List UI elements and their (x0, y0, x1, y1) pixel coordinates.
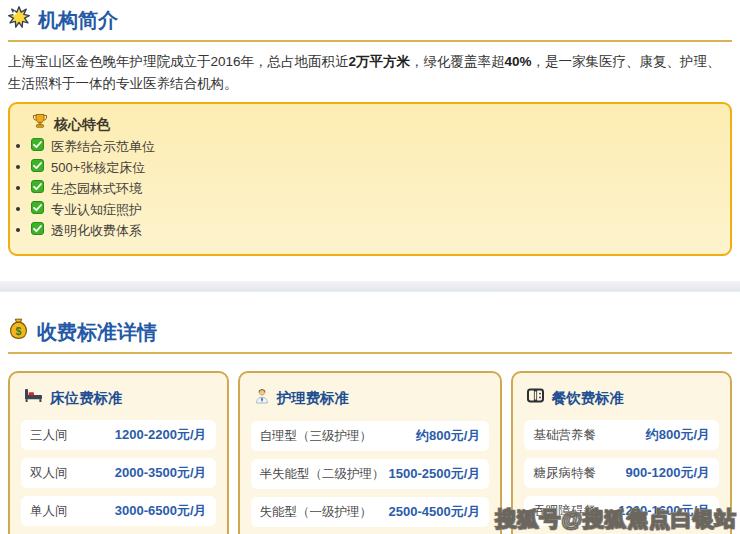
intro-section-title: 机构简介 (8, 6, 732, 34)
fee-value: 2000-3500元/月 (115, 464, 207, 482)
fee-value: 约800元/月 (416, 427, 480, 445)
fee-label: 三人间 (30, 427, 68, 444)
fees-title-text: 收费标准详情 (37, 319, 157, 345)
fee-value: 约800元/月 (646, 426, 710, 444)
check-icon (31, 180, 44, 197)
fee-label: 失能型（一级护理） (260, 504, 373, 521)
nurse-icon (254, 388, 270, 409)
intro-text-1: 上海宝山区金色晚年护理院成立于2016年，总占地面积近 (8, 54, 349, 69)
fee-value: 900-1200元/月 (625, 464, 710, 482)
check-icon (31, 159, 44, 176)
money-bag-icon: $ (8, 318, 29, 346)
feature-item: 专业认知症照护 (31, 201, 716, 218)
intro-title-text: 机构简介 (38, 7, 118, 33)
feature-item-text: 500+张核定床位 (51, 160, 145, 176)
feature-item: 医养结合示范单位 (31, 138, 716, 155)
fee-value: 3000-6500元/月 (115, 502, 207, 520)
check-icon (31, 201, 44, 218)
fee-value: 1500-2500元/月 (389, 465, 481, 483)
fee-label: 基础营养餐 (533, 427, 596, 444)
fee-row: 单人间 3000-6500元/月 (21, 496, 216, 526)
feature-item: 500+张核定床位 (31, 159, 716, 176)
card-bed-fees: 床位费标准 三人间 1200-2200元/月 双人间 2000-3500元/月 … (8, 371, 229, 534)
fee-label: 糖尿病特餐 (533, 465, 596, 482)
bed-icon (24, 388, 43, 408)
card-meal-heading: 餐饮费标准 (527, 388, 719, 408)
fee-label: 单人间 (30, 503, 68, 520)
intro-paragraph: 上海宝山区金色晚年护理院成立于2016年，总占地面积近2万平方米，绿化覆盖率超4… (8, 51, 732, 95)
feature-item: 生态园林式环境 (31, 180, 716, 197)
fees-section-title: $ 收费标准详情 (8, 318, 732, 346)
fee-row: 基础营养餐 约800元/月 (524, 420, 719, 450)
fee-row: 三人间 1200-2200元/月 (21, 420, 216, 450)
card-nursing-heading: 护理费标准 (254, 388, 490, 409)
core-features-title: 核心特色 (32, 113, 716, 134)
intro-title-divider (8, 40, 732, 42)
check-icon (31, 138, 44, 155)
svg-text:$: $ (16, 325, 22, 337)
section-divider (0, 281, 740, 292)
fee-row: 双人间 2000-3500元/月 (21, 458, 216, 488)
fees-title-divider (8, 352, 732, 354)
fee-row: 糖尿病特餐 900-1200元/月 (524, 458, 719, 488)
card-meal-title-text: 餐饮费标准 (551, 389, 624, 408)
fee-value: 1200-2200元/月 (115, 426, 207, 444)
core-features-list: 医养结合示范单位 500+张核定床位 生态园林式环境 (20, 138, 716, 239)
fee-label: 半失能型（二级护理） (260, 466, 385, 483)
feature-item-text: 透明化收费体系 (51, 223, 142, 239)
article-page: 机构简介 上海宝山区金色晚年护理院成立于2016年，总占地面积近2万平方米，绿化… (0, 0, 740, 534)
sohu-watermark: 搜狐号@搜狐焦点白银站 (496, 505, 737, 533)
card-nursing-fees: 护理费标准 自理型（三级护理） 约800元/月 半失能型（二级护理） 1500-… (238, 371, 503, 534)
trophy-icon (32, 113, 48, 134)
intro-bold-area: 2万平方米 (349, 54, 411, 69)
card-bed-title-text: 床位费标准 (50, 389, 123, 408)
check-icon (31, 222, 44, 239)
intro-bold-green: 40% (505, 54, 532, 69)
core-features-box: 核心特色 医养结合示范单位 500+张核定床位 (8, 102, 732, 256)
fee-value: 2500-4500元/月 (389, 503, 481, 521)
core-features-title-text: 核心特色 (54, 114, 110, 134)
intro-text-2: ，绿化覆盖率超 (410, 54, 505, 69)
fee-row: 半失能型（二级护理） 1500-2500元/月 (251, 459, 490, 489)
star-icon (8, 6, 30, 34)
feature-item-text: 专业认知症照护 (51, 202, 142, 218)
feature-item-text: 医养结合示范单位 (51, 139, 155, 155)
meal-box-icon (527, 388, 544, 408)
fee-label: 自理型（三级护理） (260, 428, 373, 445)
feature-item-text: 生态园林式环境 (51, 181, 142, 197)
fee-row: 失能型（一级护理） 2500-4500元/月 (251, 497, 490, 527)
card-bed-heading: 床位费标准 (24, 388, 216, 408)
fee-row: 自理型（三级护理） 约800元/月 (251, 421, 490, 451)
card-nursing-title-text: 护理费标准 (277, 389, 350, 408)
feature-item: 透明化收费体系 (31, 222, 716, 239)
fee-label: 双人间 (30, 465, 68, 482)
